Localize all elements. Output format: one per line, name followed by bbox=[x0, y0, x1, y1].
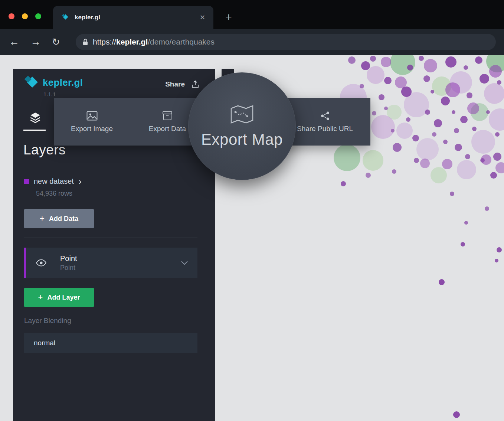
image-icon bbox=[86, 111, 98, 121]
active-tab-underline bbox=[23, 130, 46, 131]
visibility-toggle[interactable] bbox=[36, 259, 47, 267]
section-divider bbox=[24, 238, 197, 238]
new-tab-button[interactable]: + bbox=[222, 10, 235, 24]
dataset-row[interactable]: new dataset › bbox=[24, 177, 82, 186]
chevron-down-icon[interactable] bbox=[181, 261, 188, 265]
app-version: 1.1.1 bbox=[43, 91, 56, 97]
magnified-export-map-label: Export Map bbox=[201, 131, 283, 149]
tab-layers[interactable] bbox=[29, 111, 42, 124]
url-scheme: https:// bbox=[93, 37, 116, 46]
dataset-name: new dataset bbox=[34, 177, 74, 186]
url-domain: kepler.gl bbox=[116, 37, 148, 46]
add-layer-label: Add Layer bbox=[47, 294, 80, 301]
lock-icon bbox=[82, 38, 88, 46]
layer-text: Point Point bbox=[60, 254, 77, 272]
browser-toolbar: ← → ↻ https://kepler.gl/demo/earthquakes bbox=[0, 29, 504, 55]
plus-icon: + bbox=[38, 293, 43, 301]
browser-tab[interactable]: kepler.gl ✕ bbox=[53, 6, 213, 29]
archive-icon bbox=[162, 111, 173, 121]
window-titlebar: kepler.gl ✕ + bbox=[0, 0, 504, 29]
share-public-url-label: Share Public URL bbox=[297, 125, 353, 133]
export-image-button[interactable]: Export Image bbox=[54, 111, 130, 133]
add-data-button[interactable]: + Add Data bbox=[24, 209, 94, 228]
url-text: https://kepler.gl/demo/earthquakes bbox=[93, 37, 215, 46]
layer-title: Point bbox=[60, 254, 77, 263]
url-path: /demo/earthquakes bbox=[148, 37, 215, 46]
share-button[interactable]: Share bbox=[165, 80, 200, 89]
reload-icon[interactable]: ↻ bbox=[52, 37, 60, 47]
plus-icon: + bbox=[40, 215, 45, 223]
export-share-icon bbox=[191, 80, 200, 89]
export-image-label: Export Image bbox=[71, 125, 113, 133]
layers-icon bbox=[29, 111, 42, 124]
eye-icon bbox=[36, 259, 47, 267]
layer-blending-value: normal bbox=[34, 339, 55, 347]
dataset-color-swatch bbox=[24, 179, 29, 184]
add-data-label: Add Data bbox=[49, 215, 78, 223]
window-minimize-button[interactable] bbox=[22, 13, 28, 19]
forward-icon[interactable]: → bbox=[30, 37, 41, 47]
kepler-app: kepler.gl 1.1.1 Share Layers new dataset… bbox=[0, 55, 504, 421]
window-close-button[interactable] bbox=[9, 13, 14, 19]
layer-blending-select[interactable]: normal bbox=[24, 333, 197, 353]
kepler-favicon-icon bbox=[61, 13, 69, 22]
layer-blending-label: Layer Blending bbox=[24, 317, 71, 325]
address-bar[interactable]: https://kepler.gl/demo/earthquakes bbox=[76, 34, 496, 50]
chevron-right-icon[interactable]: › bbox=[79, 179, 82, 184]
magnifier-lens[interactable]: Export Map bbox=[188, 72, 296, 180]
share-network-icon bbox=[320, 111, 330, 121]
add-layer-button[interactable]: + Add Layer bbox=[24, 288, 94, 307]
export-data-label: Export Data bbox=[149, 125, 186, 133]
window-zoom-button[interactable] bbox=[35, 13, 41, 19]
layer-subtitle: Point bbox=[60, 264, 77, 272]
app-title: kepler.gl bbox=[43, 77, 83, 88]
tab-title: kepler.gl bbox=[75, 14, 194, 21]
kepler-logo-icon bbox=[23, 75, 40, 92]
tab-close-icon[interactable]: ✕ bbox=[200, 13, 205, 22]
back-icon[interactable]: ← bbox=[9, 37, 19, 47]
share-label: Share bbox=[165, 80, 185, 88]
dataset-row-count: 54,936 rows bbox=[36, 190, 72, 198]
map-icon bbox=[230, 104, 254, 125]
layer-panel-point[interactable]: Point Point bbox=[24, 248, 197, 278]
